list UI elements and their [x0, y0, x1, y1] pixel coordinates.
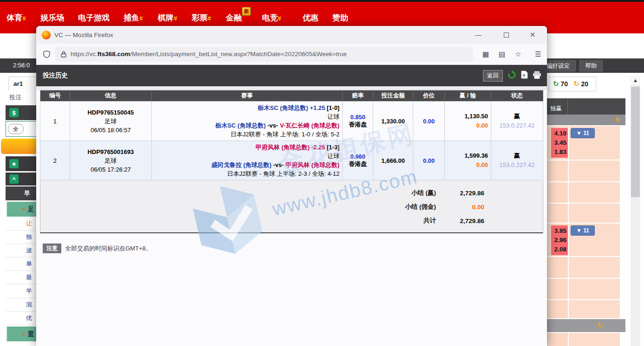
odds-cell[interactable]: [546, 300, 568, 318]
nav-item-egames[interactable]: 电子游戏: [78, 13, 110, 23]
odds-row: [546, 204, 625, 223]
orange-button[interactable]: [1, 139, 40, 154]
sidebar-menu-item[interactable]: 半: [6, 284, 40, 298]
refresh-icon[interactable]: [507, 70, 516, 81]
odds-highlight[interactable]: 3.85 2.96 2.08: [551, 225, 568, 255]
chevron-down-icon: »: [276, 16, 284, 20]
chevron-down-icon: »: [138, 16, 146, 20]
sidebar-item-football[interactable]: »足: [6, 202, 40, 217]
menu-icon[interactable]: ☰: [532, 48, 544, 60]
close-button[interactable]: ✕: [522, 26, 543, 44]
odds-cell[interactable]: [569, 257, 620, 278]
nav-label: 赞助: [332, 13, 348, 23]
help-button[interactable]: 帮助: [579, 60, 603, 71]
arrow-icon: »: [22, 331, 25, 337]
summary-value: 2,729.86: [436, 190, 484, 197]
reader-view-icon[interactable]: ▤: [496, 48, 508, 60]
odds-cell[interactable]: [546, 160, 568, 181]
odds-cell[interactable]: [569, 300, 620, 318]
bet-link[interactable]: 投注: [9, 93, 21, 102]
sidebar-menu-item[interactable]: 单: [6, 257, 40, 271]
favorites-row[interactable]: ★: [6, 156, 40, 171]
sidebar-menu-item[interactable]: 让: [6, 217, 40, 231]
refresh-orange-icon[interactable]: ↻: [597, 321, 603, 330]
odds-cell[interactable]: [569, 333, 620, 346]
bet-num: 1: [40, 102, 70, 141]
odds-cell[interactable]: 4.10 3.45 1.83: [546, 126, 568, 160]
odds-cell[interactable]: 3.85 2.96 2.08: [546, 224, 568, 256]
sidebar-menu-item[interactable]: 混: [6, 298, 40, 312]
bet-amount: 1,666.00: [373, 141, 413, 180]
odds-cell[interactable]: [569, 182, 620, 203]
summary-row: 共计 2,729.86: [40, 214, 543, 228]
odds-cell[interactable]: ▼ 11: [569, 126, 620, 160]
refresh-orange-icon[interactable]: ↻: [573, 80, 579, 88]
summary-row: 小结 (佣金) 0.00: [40, 200, 543, 214]
bookmark-star-icon[interactable]: ☆: [512, 48, 524, 60]
url-bar[interactable]: https://vc.fts368.com/Member/Lists/payme…: [55, 47, 473, 62]
odds-highlight[interactable]: 4.10 3.45 1.83: [551, 128, 568, 158]
bet-odds: 0.960 香港盘: [343, 141, 373, 180]
nav-item-sponsorship[interactable]: 赞助: [332, 13, 348, 23]
bet-history-table: 编号 信息 赛事 赔率 投注金额 价位 赢 / 输 状态 1 HDP976: [40, 90, 543, 180]
nav-item-casino[interactable]: 娱乐场: [40, 13, 64, 23]
export-excel-icon[interactable]: x: [521, 70, 528, 81]
sidebar-menu-item[interactable]: 独: [6, 231, 40, 244]
svg-text:x: x: [523, 73, 525, 77]
minimize-button[interactable]: —: [468, 26, 488, 44]
sidebar-menu-item[interactable]: 波: [6, 244, 40, 257]
nav-label: 棋牌: [158, 13, 174, 23]
more-markets-button[interactable]: ▼ 11: [571, 128, 595, 138]
away-team: V-瓦仁长崎 (角球总数): [280, 122, 340, 129]
odds-cell[interactable]: [546, 257, 568, 278]
odds-cell[interactable]: [569, 279, 620, 299]
nav-label: 彩票: [192, 13, 208, 23]
lock-icon[interactable]: [61, 51, 66, 58]
odds-cell[interactable]: [569, 160, 620, 181]
collapse-row[interactable]: ^: [6, 173, 40, 186]
sidebar-menu-item[interactable]: 最: [6, 271, 40, 284]
window-titlebar[interactable]: VC — Mozilla Firefox — ✕: [36, 26, 547, 44]
shield-icon[interactable]: [43, 50, 51, 58]
home-team: 盛冈戈鲁拉 (角球总数): [211, 161, 271, 168]
scrollbar-thumb[interactable]: [631, 87, 640, 197]
refresh-orange-icon[interactable]: ↻: [615, 116, 621, 124]
odds-cell[interactable]: [546, 333, 568, 346]
page-scrollbar[interactable]: ▲: [631, 76, 640, 346]
nav-item-sports[interactable]: 体育»: [7, 13, 26, 23]
odds-cell[interactable]: [546, 182, 568, 203]
nav-item-fishing[interactable]: 捕鱼»: [124, 13, 143, 23]
odds-value: 2.08: [553, 245, 566, 254]
nav-item-finance[interactable]: 金融新: [226, 13, 241, 23]
early-market-row[interactable]: 早: [6, 186, 40, 200]
account-tab[interactable]: ar1: [8, 77, 40, 90]
extension-grid-icon[interactable]: ▦: [480, 48, 492, 60]
nav-item-cards[interactable]: 棋牌»: [158, 13, 178, 23]
bet-score: [1-3]: [327, 144, 339, 151]
all-button[interactable]: 全: [8, 124, 24, 134]
scroll-up-arrow[interactable]: ▲: [631, 76, 640, 85]
nav-item-promotions[interactable]: 优惠: [303, 13, 319, 23]
odds-cell[interactable]: ▼ 11: [569, 224, 620, 256]
firefox-icon: [42, 31, 51, 39]
maximize-button[interactable]: [496, 26, 516, 44]
home-team: 栃木SC (角球总数): [215, 122, 266, 129]
print-icon[interactable]: [533, 71, 541, 81]
col-match: 赛事: [151, 90, 342, 102]
nav-item-esports[interactable]: 电竞»: [262, 13, 282, 23]
sidebar-menu-item[interactable]: 优: [6, 312, 40, 325]
nav-item-lottery[interactable]: 彩票»: [192, 13, 212, 23]
commission-amount: 0.00: [448, 121, 488, 130]
odds-grid: 独赢 ↻ 4.10 3.45 1.83 ▼ 11: [546, 98, 625, 346]
window-title: VC — Mozilla Firefox: [54, 32, 113, 38]
back-button[interactable]: 返回: [483, 70, 503, 82]
balance-row[interactable]: $: [6, 105, 40, 120]
refresh-green-icon[interactable]: ↻: [553, 80, 559, 88]
bet-winloss: 1,599.36 0.00: [445, 141, 491, 180]
ip-address: 153.0.227.42: [494, 160, 540, 170]
more-markets-button[interactable]: ▼ 11: [571, 225, 595, 236]
odds-cell[interactable]: [569, 204, 620, 223]
odds-cell[interactable]: [546, 279, 568, 299]
odds-cell[interactable]: [546, 204, 568, 223]
sidebar-item-basketball[interactable]: »篮: [6, 327, 40, 341]
